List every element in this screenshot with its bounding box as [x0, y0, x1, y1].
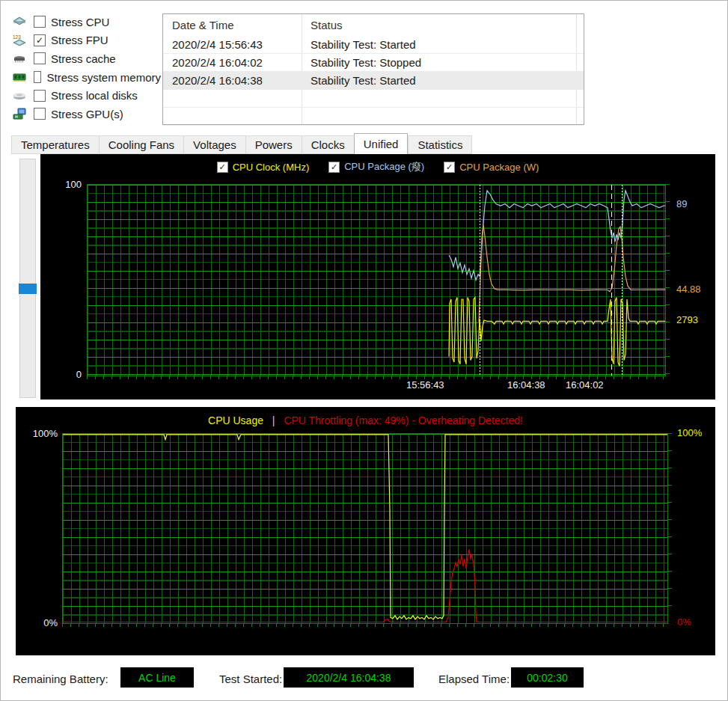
test-started-value: 2020/2/4 16:04:38: [284, 667, 414, 688]
unified-plot-area: [87, 184, 666, 376]
stress-checkbox[interactable]: [34, 52, 46, 64]
tab-clocks[interactable]: Clocks: [302, 135, 354, 154]
stress-option-label: Stress FPU: [51, 34, 108, 46]
stress-checkbox[interactable]: [34, 16, 46, 28]
slider-track[interactable]: [19, 159, 36, 398]
series-cpu-usage: [63, 435, 667, 619]
cell-datetime: 2020/2/4 15:56:43: [163, 38, 302, 51]
usage-y-min-label: 0%: [43, 617, 58, 628]
series-checkbox[interactable]: ✓: [444, 162, 455, 173]
usage-plot-area: [62, 433, 668, 624]
svg-text:123: 123: [13, 34, 21, 39]
usage-chart-lines: [63, 434, 667, 623]
current-value-label: 2793: [676, 314, 698, 325]
x-axis-time-label: 16:04:02: [566, 379, 604, 391]
stress-option-row: Stress system memory: [11, 68, 161, 87]
test-started-label: Test Started:: [219, 673, 282, 685]
event-marker-line: [622, 185, 623, 376]
memory-icon: [11, 70, 29, 85]
usage-chart-panel: CPU Usage | CPU Throttling (max: 49%) - …: [16, 407, 715, 655]
title-separator: |: [272, 414, 275, 426]
stress-checkbox[interactable]: [34, 108, 46, 120]
legend-item: ✓CPU Package (癈): [328, 160, 424, 174]
table-row[interactable]: 2020/2/4 16:04:02Stability Test: Stopped: [163, 54, 584, 72]
x-axis-time-label: 16:04:38: [507, 379, 545, 391]
tab-statistics[interactable]: Statistics: [408, 135, 472, 154]
vertical-zoom-slider[interactable]: [19, 157, 37, 400]
slider-thumb[interactable]: [19, 284, 37, 294]
series-label: CPU Clock (MHz): [233, 162, 310, 173]
y-axis-max-label: 100: [65, 179, 82, 190]
event-log-table: Date & Time Status 2020/2/4 15:56:43Stab…: [162, 13, 584, 125]
tab-voltages[interactable]: Voltages: [183, 135, 245, 154]
tab-temperatures[interactable]: Temperatures: [11, 135, 99, 154]
fpu-icon: 123: [11, 33, 29, 48]
tab-cooling-fans[interactable]: Cooling Fans: [99, 135, 183, 154]
remaining-battery-value: AC Line: [120, 667, 194, 688]
stress-checkbox[interactable]: [34, 90, 46, 102]
series-cpu-package-w-: [479, 225, 665, 322]
stress-option-label: Stress cache: [51, 52, 116, 65]
series-label: CPU Package (癈): [344, 160, 424, 174]
stress-option-label: Stress GPU(s): [51, 108, 123, 120]
series-cpu-clock-mhz-: [449, 298, 665, 367]
unified-chart-panel: ✓CPU Clock (MHz)✓CPU Package (癈)✓CPU Pac…: [40, 154, 715, 400]
legend-item: ✓CPU Package (W): [444, 160, 539, 174]
y-axis-min-label: 0: [76, 369, 82, 380]
disk-icon: [11, 88, 29, 103]
table-row[interactable]: 2020/2/4 16:04:38Stability Test: Started: [163, 72, 584, 90]
cpu-usage-title: CPU Usage: [208, 414, 263, 426]
usage-y-max-label: 100%: [33, 428, 58, 439]
y-tick-marks: [665, 184, 670, 375]
table-header: Date & Time Status: [163, 14, 584, 36]
legend-item: ✓CPU Clock (MHz): [217, 160, 310, 174]
stress-option-label: Stress system memory: [46, 71, 161, 84]
stress-checkbox[interactable]: [34, 71, 41, 83]
chart-legend: ✓CPU Clock (MHz)✓CPU Package (癈)✓CPU Pac…: [40, 160, 715, 174]
stress-option-label: Stress local disks: [51, 89, 138, 102]
unified-chart-lines: [88, 185, 665, 376]
table-row-empty: [163, 90, 584, 108]
stress-checkbox[interactable]: ✓: [34, 34, 46, 46]
current-value-label: 89: [676, 198, 687, 209]
table-row[interactable]: 2020/2/4 15:56:43Stability Test: Started: [163, 36, 584, 54]
usage-right-label: 0%: [677, 616, 691, 628]
series-cpu-throttling: [63, 549, 667, 622]
usage-chart-title: CPU Usage | CPU Throttling (max: 49%) - …: [16, 414, 715, 426]
stress-options-list: Stress CPU123✓Stress FPUStress cacheStre…: [11, 13, 161, 123]
stress-option-label: Stress CPU: [51, 16, 109, 28]
tab-unified[interactable]: Unified: [354, 133, 409, 154]
current-value-label: 44.88: [676, 284, 701, 295]
cpu-icon: [11, 14, 29, 29]
stress-option-row: 123✓Stress FPU: [11, 31, 161, 50]
throttling-warning-text: CPU Throttling (max: 49%) - Overheating …: [284, 414, 523, 426]
cell-status: Stability Test: Started: [302, 74, 416, 87]
cell-datetime: 2020/2/4 16:04:38: [163, 74, 302, 87]
stress-option-row: Stress CPU: [11, 13, 161, 31]
event-marker-line: [611, 185, 612, 376]
x-tick-marks: [62, 623, 667, 627]
elapsed-time-label: Elapsed Time:: [438, 673, 510, 685]
tab-bar: TemperaturesCooling FansVoltagesPowersCl…: [11, 133, 472, 154]
cell-status: Stability Test: Started: [302, 38, 416, 51]
x-axis-time-label: 15:56:43: [406, 379, 444, 391]
column-header-datetime: Date & Time: [163, 19, 302, 31]
table-row-empty: [163, 108, 584, 126]
y-tick-marks: [667, 433, 672, 622]
tab-powers[interactable]: Powers: [245, 135, 302, 154]
elapsed-time-value: 00:02:30: [511, 667, 584, 688]
usage-right-label: 100%: [677, 427, 702, 438]
stress-option-row: Stress cache: [11, 49, 161, 68]
series-label: CPU Package (W): [459, 162, 539, 173]
series-checkbox[interactable]: ✓: [328, 162, 340, 173]
cache-icon: [11, 51, 29, 66]
column-header-status: Status: [302, 19, 343, 31]
remaining-battery-label: Remaining Battery:: [13, 673, 108, 685]
series-cpu-package-: [449, 191, 665, 281]
series-checkbox[interactable]: ✓: [217, 162, 228, 173]
stress-option-row: Stress local disks: [11, 86, 161, 105]
cell-datetime: 2020/2/4 16:04:02: [163, 56, 302, 69]
stress-option-row: Stress GPU(s): [11, 105, 161, 123]
event-marker-line: [480, 185, 480, 376]
gpu-icon: [11, 106, 29, 121]
